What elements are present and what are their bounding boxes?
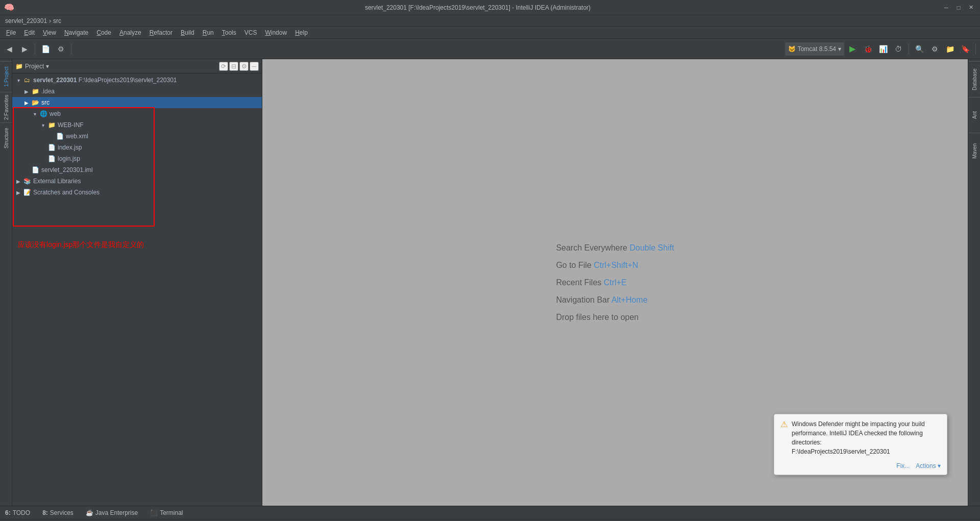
tree-label-scratches: Scratches and Consoles bbox=[33, 189, 100, 196]
hint-gotofile: Go to File Ctrl+Shift+N bbox=[556, 261, 674, 270]
sidebar-item-ant[interactable]: Ant bbox=[969, 97, 980, 133]
expand-icon: ▶ bbox=[14, 190, 22, 195]
fix-link[interactable]: Fix... bbox=[896, 462, 910, 469]
tab-terminal[interactable]: ⬛ Terminal bbox=[148, 508, 185, 517]
tree-item-loginjsp[interactable]: 📄 login.jsp bbox=[12, 153, 262, 164]
extlib-icon: 📚 bbox=[22, 177, 32, 185]
notif-body: Windows Defender might be impacting your… bbox=[792, 419, 941, 456]
jsp-file2-icon: 📄 bbox=[47, 155, 56, 163]
scratches-icon: 📝 bbox=[22, 188, 32, 196]
menu-file[interactable]: File bbox=[2, 28, 20, 37]
menu-code[interactable]: Code bbox=[92, 28, 115, 37]
titlebar: 🧠 servlet_220301 [F:\IdeaProjects2019\se… bbox=[0, 0, 980, 15]
expand-icon: ▶ bbox=[14, 179, 22, 184]
tree-label-indexjsp: index.jsp bbox=[58, 144, 82, 151]
tree-item-iml[interactable]: 📄 servlet_220301.iml bbox=[12, 164, 262, 176]
sidebar-item-favorites[interactable]: 2:Favorites bbox=[1, 92, 12, 122]
tab-todo[interactable]: 6: TODO bbox=[3, 508, 32, 517]
run-config-selector[interactable]: 🐱 Tomcat 8.5.54 ▾ bbox=[785, 42, 844, 56]
tree-item-src[interactable]: ▶ 📂 src bbox=[12, 97, 262, 108]
bookmark-button[interactable]: 🔖 bbox=[958, 42, 972, 56]
toolbar-forward-button[interactable]: ▶ bbox=[17, 42, 32, 56]
warning-icon: ⚠ bbox=[780, 419, 788, 429]
titlebar-title: servlet_220301 [F:\IdeaProjects2019\serv… bbox=[14, 4, 941, 11]
menu-analyze[interactable]: Analyze bbox=[115, 28, 145, 37]
project-panel-title[interactable]: 📁 Project ▾ bbox=[15, 63, 49, 70]
tree-item-scratches[interactable]: ▶ 📝 Scratches and Consoles bbox=[12, 187, 262, 198]
xml-file-icon: 📄 bbox=[55, 132, 64, 140]
menu-build[interactable]: Build bbox=[177, 28, 199, 37]
run-button[interactable]: ▶ bbox=[845, 42, 860, 56]
notif-header: ⚠ Windows Defender might be impacting yo… bbox=[780, 419, 941, 456]
maximize-button[interactable]: □ bbox=[953, 3, 964, 13]
tree-item-indexjsp[interactable]: 📄 index.jsp bbox=[12, 142, 262, 153]
main-area: 1:Project 2:Favorites Structure 📁 Projec… bbox=[0, 59, 980, 506]
web-folder-icon: 🌐 bbox=[39, 110, 48, 118]
tab-java-enterprise[interactable]: ☕ Java Enterprise bbox=[84, 508, 140, 517]
sidebar-item-structure[interactable]: Structure bbox=[1, 122, 12, 153]
debug-button[interactable]: 🐞 bbox=[861, 42, 875, 56]
tree-item-webxml[interactable]: 📄 web.xml bbox=[12, 131, 262, 142]
run-config-label: Tomcat 8.5.54 bbox=[798, 45, 836, 53]
minimize-button[interactable]: ─ bbox=[941, 3, 951, 13]
project-icon: 🗂 bbox=[22, 76, 32, 84]
tree-item-idea[interactable]: ▶ 📁 .idea bbox=[12, 86, 262, 97]
tree-label-loginjsp: login.jsp bbox=[58, 155, 80, 162]
sidebar-item-project[interactable]: 1:Project bbox=[1, 61, 12, 92]
expand-icon: ▾ bbox=[14, 78, 22, 83]
editor-area[interactable]: Search Everywhere Double Shift Go to Fil… bbox=[262, 59, 968, 506]
menu-tools[interactable]: Tools bbox=[218, 28, 240, 37]
left-tab-strip: 1:Project 2:Favorites Structure bbox=[0, 59, 12, 506]
actions-link[interactable]: Actions ▾ bbox=[916, 462, 941, 469]
app-icon: 🧠 bbox=[4, 3, 14, 12]
dropdown-icon: ▾ bbox=[46, 63, 49, 70]
sidebar-item-database[interactable]: Database bbox=[969, 61, 980, 97]
toolbar-back-button[interactable]: ◀ bbox=[2, 42, 16, 56]
tree-item-extlibs[interactable]: ▶ 📚 External Libraries bbox=[12, 176, 262, 187]
notif-actions: Fix... Actions ▾ bbox=[780, 459, 941, 469]
titlebar-controls: ─ □ ✕ bbox=[941, 3, 976, 13]
menu-edit[interactable]: Edit bbox=[20, 28, 39, 37]
collapse-button[interactable]: ⊟ bbox=[229, 62, 238, 71]
toolbar-settings-button[interactable]: ⚙ bbox=[54, 42, 68, 56]
toolbar-recentfiles-button[interactable]: 📄 bbox=[38, 42, 53, 56]
tree-label-extlibs: External Libraries bbox=[33, 178, 81, 185]
gear-icon[interactable]: ⚙ bbox=[239, 62, 249, 71]
tree-label-idea: .idea bbox=[41, 88, 55, 95]
menu-vcs[interactable]: VCS bbox=[240, 28, 261, 37]
hint-navbar: Navigation Bar Alt+Home bbox=[556, 295, 674, 305]
tab-services[interactable]: 8: Services bbox=[40, 508, 76, 517]
sync-button[interactable]: ⟳ bbox=[219, 62, 228, 71]
breadcrumb-src[interactable]: src bbox=[53, 17, 61, 24]
breadcrumb-project[interactable]: servlet_220301 bbox=[5, 17, 47, 24]
menu-view[interactable]: View bbox=[39, 28, 60, 37]
search-button[interactable]: 🔍 bbox=[912, 42, 926, 56]
minimize-panel-button[interactable]: ─ bbox=[250, 62, 259, 71]
expand-icon: ▾ bbox=[31, 111, 39, 117]
sidebar-item-maven[interactable]: Maven bbox=[969, 133, 980, 168]
menu-navigate[interactable]: Navigate bbox=[60, 28, 92, 37]
close-button[interactable]: ✕ bbox=[966, 3, 976, 13]
menu-run[interactable]: Run bbox=[199, 28, 218, 37]
folder-icon: 📁 bbox=[15, 63, 23, 70]
hint-dropfiles: Drop files here to open bbox=[556, 313, 674, 322]
profile-button[interactable]: ⏱ bbox=[891, 42, 905, 56]
menu-refactor[interactable]: Refactor bbox=[145, 28, 177, 37]
menu-help[interactable]: Help bbox=[291, 28, 312, 37]
hint-search: Search Everywhere Double Shift bbox=[556, 243, 674, 253]
tree-item-web[interactable]: ▾ 🌐 web bbox=[12, 108, 262, 119]
tomcat-icon: 🐱 bbox=[788, 45, 796, 53]
titlebar-left: 🧠 bbox=[4, 3, 14, 12]
tree-label-webinf: WEB-INF bbox=[58, 121, 84, 129]
menu-window[interactable]: Window bbox=[261, 28, 291, 37]
settings2-button[interactable]: ⚙ bbox=[927, 42, 942, 56]
tree-label-web: web bbox=[50, 110, 61, 117]
coverage-button[interactable]: 📊 bbox=[876, 42, 890, 56]
folder-button[interactable]: 📁 bbox=[943, 42, 957, 56]
toolbar-sep1 bbox=[35, 44, 35, 54]
annotation-text: 应该没有login.jsp那个文件是我自定义的 bbox=[18, 240, 144, 250]
project-panel: 📁 Project ▾ ⟳ ⊟ ⚙ ─ ▾ 🗂 servlet_220301 F… bbox=[12, 59, 262, 506]
expand-icon: ▶ bbox=[22, 89, 31, 94]
tree-item-webinf[interactable]: ▾ 📁 WEB-INF bbox=[12, 119, 262, 131]
tree-item-root[interactable]: ▾ 🗂 servlet_220301 F:\IdeaProjects2019\s… bbox=[12, 75, 262, 86]
